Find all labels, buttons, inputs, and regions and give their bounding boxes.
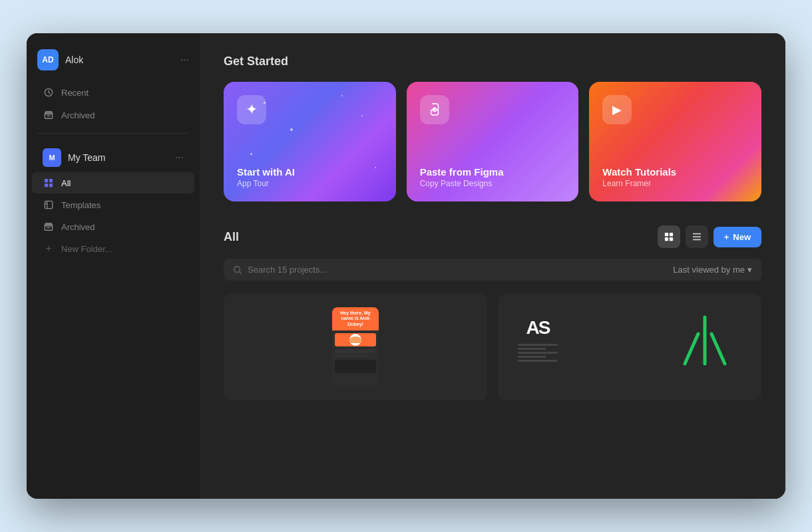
get-started-title: Get Started bbox=[224, 55, 761, 68]
as-logo: AS bbox=[526, 317, 550, 338]
tutorials-card-subtitle: Learn Framer bbox=[602, 179, 748, 188]
archive-icon-team bbox=[43, 221, 55, 233]
plus-icon: + bbox=[43, 243, 55, 255]
ai-card-title: Start with AI bbox=[237, 166, 383, 178]
as-lines bbox=[518, 344, 558, 362]
team-avatar: M bbox=[43, 148, 61, 167]
svg-rect-14 bbox=[670, 237, 673, 241]
recent-label: Recent bbox=[61, 88, 89, 98]
chevron-down-icon: ▾ bbox=[747, 265, 752, 275]
project-card-2[interactable]: AS bbox=[498, 294, 761, 400]
ai-card-subtitle: App Tour bbox=[237, 179, 383, 188]
all-section-header: All bbox=[224, 225, 761, 248]
all-title: All bbox=[224, 230, 658, 244]
all-section: All bbox=[224, 225, 761, 400]
gs-card-ai[interactable]: ✦ Start with AI App Tour bbox=[224, 82, 396, 201]
templates-label: Templates bbox=[61, 200, 101, 210]
archive-icon-personal bbox=[43, 109, 55, 121]
search-bar: Last viewed by me ▾ bbox=[224, 259, 761, 281]
new-button[interactable]: + New bbox=[713, 227, 761, 247]
sort-dropdown[interactable]: Last viewed by me ▾ bbox=[673, 265, 752, 275]
new-folder-label: New Folder... bbox=[61, 244, 112, 254]
tutorials-icon: ▶ bbox=[602, 95, 632, 124]
as-line-5 bbox=[518, 360, 558, 362]
phone-content bbox=[332, 331, 379, 387]
sidebar: AD Alok ··· Recent bbox=[27, 33, 200, 499]
as-line-4 bbox=[518, 356, 546, 358]
get-started-cards: ✦ Start with AI App Tour Paste from Figm… bbox=[224, 82, 761, 201]
svg-rect-5 bbox=[45, 184, 48, 187]
gs-card-tutorials[interactable]: ▶ Watch Tutorials Learn Framer bbox=[589, 82, 761, 201]
list-view-button[interactable] bbox=[686, 225, 708, 248]
grid-icon bbox=[43, 177, 55, 189]
sort-label: Last viewed by me bbox=[673, 265, 745, 275]
project-1-mockup: Hey there, My name is Alok Dubey! bbox=[332, 307, 379, 387]
team-header[interactable]: M My Team ··· bbox=[32, 144, 194, 172]
new-folder-item[interactable]: + New Folder... bbox=[32, 238, 194, 259]
get-started-section: Get Started ✦ Start with AI bbox=[224, 55, 761, 201]
clock-icon bbox=[43, 86, 55, 98]
user-profile[interactable]: AD Alok ··· bbox=[27, 44, 200, 76]
search-input[interactable] bbox=[248, 265, 668, 275]
sidebar-item-all[interactable]: All bbox=[32, 172, 194, 194]
team-name: My Team bbox=[68, 152, 175, 163]
archived-team-label: Archived bbox=[61, 222, 95, 232]
template-icon bbox=[43, 199, 55, 211]
svg-rect-16 bbox=[693, 236, 701, 237]
sidebar-divider bbox=[37, 133, 189, 134]
svg-rect-15 bbox=[693, 233, 701, 235]
archived-personal-label: Archived bbox=[61, 110, 95, 120]
new-btn-plus: + bbox=[724, 232, 729, 242]
ai-icon: ✦ bbox=[237, 95, 266, 124]
team-more-icon[interactable]: ··· bbox=[175, 152, 184, 164]
sidebar-item-templates[interactable]: Templates bbox=[32, 194, 194, 215]
svg-line-21 bbox=[711, 334, 725, 364]
projects-grid: Hey there, My name is Alok Dubey! bbox=[224, 294, 761, 400]
user-avatar: AD bbox=[37, 49, 59, 70]
figma-card-title: Paste from Figma bbox=[420, 166, 566, 178]
as-line-3 bbox=[518, 352, 558, 354]
search-icon bbox=[233, 265, 242, 275]
figma-icon bbox=[420, 95, 449, 124]
svg-rect-3 bbox=[45, 179, 48, 182]
team-section: M My Team ··· All bbox=[27, 143, 200, 260]
new-btn-label: New bbox=[733, 232, 751, 242]
svg-rect-17 bbox=[693, 239, 701, 241]
project-card-1[interactable]: Hey there, My name is Alok Dubey! bbox=[224, 294, 487, 400]
phone-header: Hey there, My name is Alok Dubey! bbox=[332, 307, 379, 331]
figma-card-subtitle: Copy Paste Designs bbox=[420, 179, 566, 188]
tutorials-card-title: Watch Tutorials bbox=[602, 166, 748, 178]
svg-rect-11 bbox=[665, 233, 668, 236]
svg-rect-12 bbox=[670, 233, 673, 236]
app-window: AD Alok ··· Recent bbox=[27, 33, 785, 499]
svg-rect-7 bbox=[45, 201, 52, 208]
green-arrows-decoration bbox=[675, 307, 735, 367]
svg-rect-13 bbox=[665, 237, 668, 241]
user-more-icon[interactable]: ··· bbox=[180, 54, 189, 66]
sidebar-item-archived-personal[interactable]: Archived bbox=[32, 104, 194, 126]
all-label: All bbox=[61, 178, 71, 188]
sidebar-item-archived-team[interactable]: Archived bbox=[32, 216, 194, 237]
svg-line-19 bbox=[685, 334, 698, 364]
svg-rect-6 bbox=[49, 184, 53, 187]
sidebar-item-recent[interactable]: Recent bbox=[32, 82, 194, 103]
as-card-content: AS bbox=[511, 304, 564, 362]
as-line-2 bbox=[518, 348, 546, 350]
user-name: Alok bbox=[65, 55, 180, 65]
view-controls: + New bbox=[658, 225, 761, 248]
grid-view-button[interactable] bbox=[658, 225, 680, 248]
main-content: Get Started ✦ Start with AI bbox=[200, 33, 785, 499]
gs-card-figma[interactable]: Paste from Figma Copy Paste Designs bbox=[407, 82, 579, 201]
svg-rect-4 bbox=[49, 179, 53, 182]
as-line-1 bbox=[518, 344, 558, 346]
